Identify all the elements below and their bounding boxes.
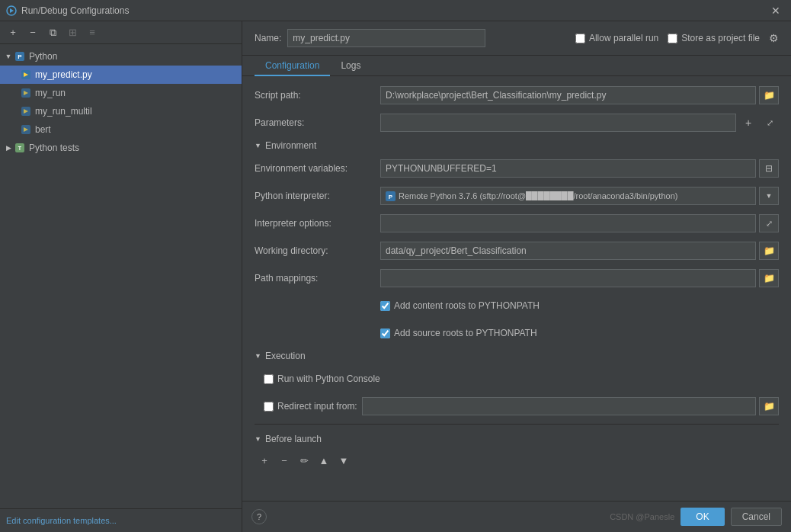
my-run-label: my_run: [35, 88, 66, 98]
redirect-input-browse-btn[interactable]: 📁: [759, 397, 779, 415]
path-mappings-input[interactable]: [380, 269, 756, 287]
interpreter-options-input[interactable]: [380, 214, 756, 232]
edit-templates-link[interactable]: Edit configuration templates...: [6, 516, 117, 525]
env-variables-browse-btn[interactable]: ⊟: [759, 159, 779, 178]
cancel-button[interactable]: Cancel: [731, 508, 782, 526]
launch-down-btn[interactable]: ▼: [335, 452, 352, 469]
tabs-bar: Configuration Logs: [242, 56, 791, 76]
redirect-input-field[interactable]: [362, 397, 756, 415]
python-tests-icon: T: [14, 142, 26, 154]
path-mappings-browse-btn[interactable]: 📁: [759, 269, 779, 287]
redirect-input-row: Redirect input from: 📁: [264, 396, 779, 416]
interpreter-options-label: Interpreter options:: [255, 218, 380, 229]
interpreter-label: Python interpreter:: [255, 191, 380, 201]
python-group-label: Python: [29, 51, 57, 62]
parameters-expand-btn[interactable]: ⤢: [761, 114, 779, 132]
tab-configuration[interactable]: Configuration: [255, 56, 330, 76]
allow-parallel-label[interactable]: Allow parallel run: [589, 33, 658, 43]
close-button[interactable]: ✕: [767, 3, 785, 18]
name-row: Name: Allow parallel run Store as projec…: [242, 21, 791, 56]
parameters-add-btn[interactable]: +: [739, 114, 757, 132]
interpreter-dropdown-btn[interactable]: ▼: [759, 187, 779, 205]
add-config-button[interactable]: +: [5, 24, 21, 41]
content-roots-checkbox[interactable]: [380, 301, 390, 311]
launch-up-btn[interactable]: ▲: [315, 452, 332, 469]
redirect-input-checkbox[interactable]: [264, 402, 274, 412]
working-dir-input[interactable]: [380, 242, 756, 260]
sidebar-item-my-run-multil[interactable]: my_run_multil: [0, 102, 242, 120]
execution-arrow-icon: ▼: [255, 352, 261, 360]
name-label: Name:: [255, 33, 281, 43]
execution-section-header[interactable]: ▼ Execution: [255, 351, 779, 361]
ok-button[interactable]: OK: [681, 508, 724, 526]
script-path-browse-btn[interactable]: 📁: [759, 86, 779, 104]
parameters-row: Parameters: + ⤢: [255, 113, 779, 133]
launch-add-btn[interactable]: +: [256, 452, 273, 469]
bert-label: bert: [35, 124, 51, 135]
allow-parallel-checkbox[interactable]: [575, 34, 585, 43]
title-icon: [6, 5, 17, 16]
bert-icon: [20, 123, 32, 136]
redirect-input-label[interactable]: Redirect input from:: [277, 401, 357, 412]
name-options: Allow parallel run Store as project file…: [575, 32, 779, 44]
run-console-checkbox[interactable]: [264, 374, 274, 384]
script-path-label: Script path:: [255, 90, 380, 101]
tab-logs[interactable]: Logs: [330, 56, 371, 76]
main-container: + − ⧉ ⊞ ≡ ▼ P Python: [0, 21, 791, 532]
python-group-arrow: ▼: [3, 51, 14, 62]
content-area: Script path: ▼ 📁 Parameters: + ⤢: [242, 76, 791, 501]
before-launch-header[interactable]: ▼ Before launch: [255, 434, 779, 444]
run-console-label[interactable]: Run with Python Console: [277, 373, 380, 384]
svg-marker-1: [10, 8, 14, 13]
move-config-button: ⊞: [64, 24, 81, 41]
sidebar-group-python[interactable]: ▼ P Python: [0, 47, 242, 66]
source-roots-checkbox[interactable]: [380, 328, 390, 338]
remove-config-button[interactable]: −: [24, 24, 41, 41]
copy-config-button[interactable]: ⧉: [44, 24, 61, 41]
store-project-file-group: Store as project file: [668, 33, 760, 43]
interpreter-control: P Remote Python 3.7.6 (sftp://root@█████…: [380, 187, 779, 205]
python-interpreter-icon: P: [386, 191, 396, 201]
my-predict-icon: [20, 69, 32, 81]
execution-section-title: Execution: [265, 351, 306, 361]
env-variables-control: ⊟: [380, 159, 779, 178]
watermark-text: CSDN @Panesle: [610, 512, 674, 521]
source-roots-label[interactable]: Add source roots to PYTHONPATH: [394, 328, 537, 338]
working-dir-row: Working directory: 📁: [255, 241, 779, 261]
store-project-file-label[interactable]: Store as project file: [681, 33, 760, 43]
interpreter-value: Remote Python 3.7.6 (sftp://root@███████…: [399, 191, 677, 200]
script-path-row: Script path: ▼ 📁: [255, 85, 779, 105]
launch-remove-btn[interactable]: −: [276, 452, 293, 469]
before-launch-arrow-icon: ▼: [255, 435, 261, 443]
path-mappings-control: 📁: [380, 269, 779, 287]
environment-arrow-icon: ▼: [255, 142, 261, 149]
help-button[interactable]: ?: [251, 509, 267, 524]
environment-section-header[interactable]: ▼ Environment: [255, 140, 779, 151]
before-launch-title: Before launch: [265, 434, 322, 444]
env-variables-input[interactable]: [380, 159, 756, 178]
sidebar-item-my-predict[interactable]: my_predict.py: [0, 66, 242, 84]
launch-edit-btn[interactable]: ✏: [296, 452, 312, 469]
source-roots-row: Add source roots to PYTHONPATH: [380, 323, 779, 343]
script-path-label-wrapper: Script path: ▼: [255, 86, 380, 104]
interpreter-options-row: Interpreter options: ⤢: [255, 213, 779, 233]
script-path-input[interactable]: [380, 86, 756, 104]
working-dir-browse-btn[interactable]: 📁: [759, 242, 779, 260]
env-variables-row: Environment variables: ⊟: [255, 159, 779, 178]
allow-parallel-run-group: Allow parallel run: [575, 33, 658, 43]
environment-section-title: Environment: [265, 140, 316, 151]
sidebar-item-bert[interactable]: bert: [0, 120, 242, 139]
content-roots-label[interactable]: Add content roots to PYTHONPATH: [394, 300, 540, 311]
gear-icon[interactable]: ⚙: [769, 32, 779, 44]
sidebar-item-my-run[interactable]: my_run: [0, 84, 242, 102]
python-tests-label: Python tests: [29, 143, 79, 153]
sidebar-group-python-tests[interactable]: ▶ T Python tests: [0, 139, 242, 157]
svg-text:P: P: [18, 53, 22, 60]
sort-config-button: ≡: [84, 24, 101, 41]
parameters-input[interactable]: [380, 114, 736, 132]
sidebar-tree: ▼ P Python my_predict.: [0, 44, 242, 508]
name-input[interactable]: [287, 29, 485, 47]
interpreter-display[interactable]: P Remote Python 3.7.6 (sftp://root@█████…: [380, 187, 756, 205]
interpreter-options-expand-btn[interactable]: ⤢: [759, 214, 779, 232]
store-project-file-checkbox[interactable]: [668, 34, 677, 43]
